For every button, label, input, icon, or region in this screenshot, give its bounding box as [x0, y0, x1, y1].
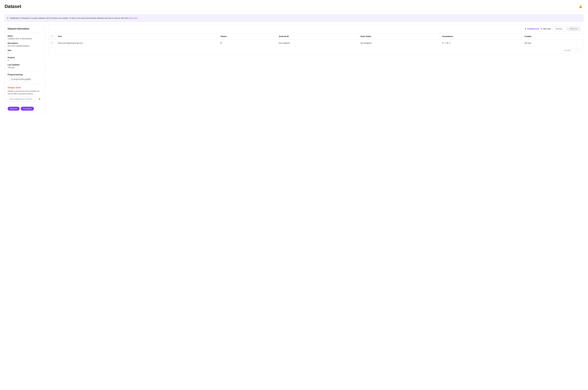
value-name: Labelled Alice In Wonderland	[8, 38, 42, 40]
label-name: Name	[8, 35, 42, 37]
chevron-left-icon: ‹	[574, 49, 574, 51]
bell-icon: 🔔	[579, 5, 582, 8]
chevron-right-icon: ›	[579, 49, 579, 51]
banner-link[interactable]: click here.	[129, 17, 138, 19]
field-size: Size 1	[8, 49, 42, 54]
upload-label: UPLOAD	[543, 28, 551, 30]
main-content: Dataset Information Name Labelled Alice …	[0, 24, 588, 118]
upload-icon: ⬆	[541, 28, 542, 30]
close-icon: ✕	[9, 79, 10, 80]
table-header-row: Text Tokens External ID Extra Fields Ann…	[48, 33, 583, 40]
banner-text: Modification of blueprint or project dat…	[10, 17, 138, 19]
row-tokens: 67	[218, 40, 277, 47]
danger-input-row: 🗑	[8, 97, 42, 101]
header-external-id: External ID	[276, 33, 358, 40]
download-label: DOWNLOAD	[527, 28, 539, 30]
label-last-updated: Last Updated	[8, 64, 42, 66]
row-created: 19h ago	[522, 40, 583, 47]
label-description: Description	[8, 42, 42, 44]
download-button[interactable]: ⬇ DOWNLOAD	[525, 28, 539, 30]
data-table: Text Tokens External ID Extra Fields Ann…	[48, 33, 583, 54]
next-page-button[interactable]: ›	[577, 48, 581, 52]
header-annotations: Annotations	[440, 33, 522, 40]
dataset-table-panel: ⬇ DOWNLOAD ⬆ UPLOAD CANCEL REMOVE Text T…	[48, 24, 583, 54]
field-last-updated: Last Updated 19h Ago	[8, 64, 42, 69]
value-projects: 0	[8, 59, 42, 61]
remove-button[interactable]: REMOVE	[567, 27, 580, 31]
preprocessing-title: Preprocessing	[8, 73, 42, 76]
danger-zone-description: Deletion is permanent and irrevesible, b…	[8, 90, 42, 95]
header-extra-fields: Extra Fields	[358, 33, 440, 40]
trash-icon: 🗑	[39, 98, 41, 100]
page-title: Dataset	[5, 4, 21, 9]
pagination-label: 1–1 of 1	[564, 49, 571, 51]
row-annotations: E: 7 | R: 4	[440, 40, 522, 47]
pagination-controls: 1–1 of 1 ‹ ›	[564, 48, 581, 52]
row-checkbox[interactable]	[51, 42, 53, 44]
field-description: Description Our First Labelled Dataset	[8, 42, 42, 47]
dataset-info-panel: Dataset Information Name Labelled Alice …	[5, 24, 45, 114]
header-text: Text	[56, 33, 218, 40]
danger-zone: Danger Zone Deletion is permanent and ir…	[8, 84, 42, 101]
value-size: 1	[8, 52, 42, 54]
cancel-button[interactable]: CANCEL	[552, 27, 565, 31]
row-text: Alice was beginning to get ver...	[56, 40, 218, 47]
row-external-id: Not assigned	[276, 40, 358, 47]
label-size: Size	[8, 49, 42, 51]
panel-title: Dataset Information	[8, 28, 42, 33]
header-checkbox-cell	[48, 33, 56, 40]
upload-button[interactable]: ⬆ UPLOAD	[541, 28, 551, 30]
table-row: Alice was beginning to get ver... 67 Not…	[48, 40, 583, 47]
label-projects: Projects	[8, 56, 42, 59]
prev-page-button[interactable]: ‹	[572, 48, 576, 52]
download-icon: ⬇	[525, 28, 527, 30]
preprocessing-tag: ✕ No preprocessing applied	[8, 78, 32, 81]
delete-confirm-input[interactable]	[8, 97, 36, 101]
pagination-row: 1–1 of 1 ‹ ›	[48, 47, 583, 54]
row-extra-fields: Not assigned	[358, 40, 440, 47]
tab-blueprint[interactable]: Blueprint	[8, 107, 20, 111]
delete-button[interactable]: 🗑	[37, 97, 42, 101]
info-icon: ℹ	[7, 17, 8, 19]
preprocessing-tag-label: No preprocessing applied	[11, 78, 31, 80]
header-tokens: Tokens	[218, 33, 277, 40]
page-header: Dataset 🔔	[0, 0, 588, 12]
footer-tabs: Blueprint Annotated	[8, 104, 42, 111]
notification-button[interactable]: 🔔	[578, 3, 583, 9]
field-name: Name Labelled Alice In Wonderland	[8, 35, 42, 40]
field-projects: Projects 0	[8, 56, 42, 61]
value-description: Our First Labelled Dataset	[8, 45, 42, 47]
value-last-updated: 19h Ago	[8, 66, 42, 69]
pagination-cell: 1–1 of 1 ‹ ›	[48, 47, 583, 54]
info-banner: ℹ Modification of blueprint or project d…	[5, 14, 583, 22]
table-toolbar: ⬇ DOWNLOAD ⬆ UPLOAD CANCEL REMOVE	[48, 25, 583, 33]
tab-annotated[interactable]: Annotated	[21, 107, 34, 111]
header-created: Created	[522, 33, 583, 40]
danger-zone-title: Danger Zone	[8, 86, 42, 89]
select-all-checkbox[interactable]	[51, 35, 53, 37]
row-checkbox-cell	[48, 40, 56, 47]
